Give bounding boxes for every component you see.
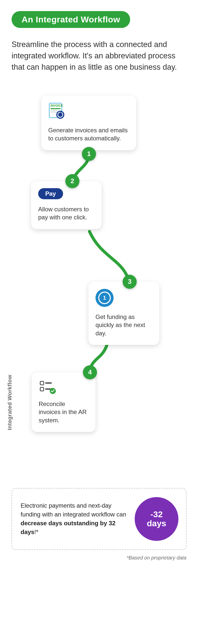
svg-rect-5 (40, 381, 44, 385)
step-card-1: INVOICE Generate invoices and emails to … (41, 96, 136, 150)
footnote: *Based on proprietary data (12, 555, 186, 561)
step-badge-2: 2 (65, 174, 79, 188)
impact-stat-circle: -32 days (135, 497, 178, 541)
invoice-label: INVOICE (51, 104, 63, 107)
pay-button-icon: Pay (38, 188, 63, 199)
pay-label: Pay (45, 190, 56, 197)
step-card-4: Reconcile invoices in the AR system. (32, 372, 95, 432)
coin-glyph: 1 (103, 295, 106, 301)
funding-coin-icon: 1 (95, 289, 114, 307)
invoice-icon: INVOICE (48, 103, 129, 121)
checklist-icon (39, 379, 88, 394)
step-3-text: Get funding as quickly as the next day. (95, 313, 152, 337)
callout-post: !* (34, 529, 38, 535)
callout-text: Electronic payments and next-day funding… (21, 501, 128, 536)
impact-stat-unit: days (147, 519, 166, 528)
svg-rect-2 (51, 110, 58, 111)
workflow-diagram: Integrated Workflow INVOICE (12, 96, 186, 478)
section-title-pill: An Integrated Workflow (12, 11, 130, 28)
svg-rect-6 (45, 382, 52, 384)
svg-rect-3 (51, 112, 58, 112)
intro-paragraph: Streamline the process with a connected … (12, 39, 182, 73)
callout-pre: Electronic payments and next-day funding… (21, 502, 126, 518)
impact-callout: Electronic payments and next-day funding… (12, 488, 186, 550)
section-title-text: An Integrated Workflow (22, 15, 120, 24)
step-badge-4: 4 (83, 365, 97, 379)
impact-stat-value: -32 (150, 510, 163, 519)
svg-rect-1 (51, 108, 61, 109)
step-1-text: Generate invoices and emails to customer… (48, 126, 129, 143)
side-label: Integrated Workflow (7, 375, 13, 430)
step-badge-1: 1 (82, 147, 96, 161)
step-badge-3: 3 (123, 275, 137, 289)
page-root: An Integrated Workflow Streamline the pr… (0, 0, 198, 644)
step-card-3: 1 Get funding as quickly as the next day… (88, 282, 159, 345)
step-2-text: Allow customers to pay with one click. (38, 205, 94, 222)
step-4-text: Reconcile invoices in the AR system. (39, 400, 88, 424)
svg-rect-7 (40, 387, 44, 391)
step-card-2: Pay Allow customers to pay with one clic… (31, 181, 102, 229)
